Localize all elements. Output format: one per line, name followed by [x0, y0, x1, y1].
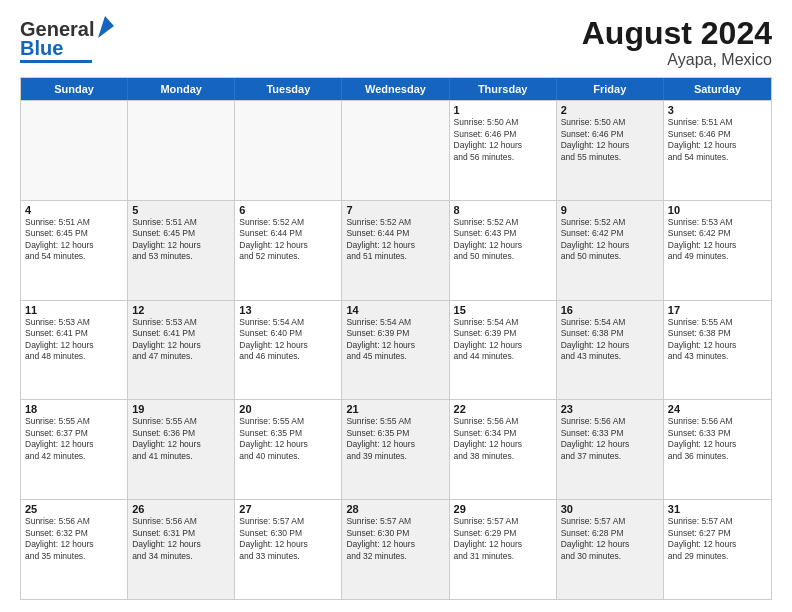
calendar-cell-26: 26Sunrise: 5:56 AM Sunset: 6:31 PM Dayli… — [128, 500, 235, 599]
day-number: 2 — [561, 104, 659, 116]
day-number: 30 — [561, 503, 659, 515]
day-info: Sunrise: 5:51 AM Sunset: 6:46 PM Dayligh… — [668, 117, 767, 163]
day-info: Sunrise: 5:55 AM Sunset: 6:36 PM Dayligh… — [132, 416, 230, 462]
day-number: 5 — [132, 204, 230, 216]
day-info: Sunrise: 5:54 AM Sunset: 6:39 PM Dayligh… — [346, 317, 444, 363]
day-number: 25 — [25, 503, 123, 515]
calendar-cell-17: 17Sunrise: 5:55 AM Sunset: 6:38 PM Dayli… — [664, 301, 771, 400]
calendar-title: August 2024 — [582, 16, 772, 51]
calendar-subtitle: Ayapa, Mexico — [582, 51, 772, 69]
calendar-cell-9: 9Sunrise: 5:52 AM Sunset: 6:42 PM Daylig… — [557, 201, 664, 300]
calendar-cell-empty-0-2 — [235, 101, 342, 200]
calendar-cell-12: 12Sunrise: 5:53 AM Sunset: 6:41 PM Dayli… — [128, 301, 235, 400]
header-cell-wednesday: Wednesday — [342, 78, 449, 100]
day-number: 14 — [346, 304, 444, 316]
calendar-cell-empty-0-0 — [21, 101, 128, 200]
svg-marker-0 — [98, 16, 114, 38]
day-info: Sunrise: 5:57 AM Sunset: 6:27 PM Dayligh… — [668, 516, 767, 562]
day-info: Sunrise: 5:53 AM Sunset: 6:41 PM Dayligh… — [132, 317, 230, 363]
calendar-cell-14: 14Sunrise: 5:54 AM Sunset: 6:39 PM Dayli… — [342, 301, 449, 400]
logo-underline — [20, 60, 92, 63]
day-info: Sunrise: 5:52 AM Sunset: 6:43 PM Dayligh… — [454, 217, 552, 263]
day-info: Sunrise: 5:57 AM Sunset: 6:30 PM Dayligh… — [239, 516, 337, 562]
day-number: 13 — [239, 304, 337, 316]
day-number: 21 — [346, 403, 444, 415]
calendar: SundayMondayTuesdayWednesdayThursdayFrid… — [20, 77, 772, 600]
calendar-cell-27: 27Sunrise: 5:57 AM Sunset: 6:30 PM Dayli… — [235, 500, 342, 599]
day-info: Sunrise: 5:55 AM Sunset: 6:35 PM Dayligh… — [239, 416, 337, 462]
day-number: 20 — [239, 403, 337, 415]
calendar-cell-7: 7Sunrise: 5:52 AM Sunset: 6:44 PM Daylig… — [342, 201, 449, 300]
day-number: 31 — [668, 503, 767, 515]
title-block: August 2024 Ayapa, Mexico — [582, 16, 772, 69]
calendar-row-1: 4Sunrise: 5:51 AM Sunset: 6:45 PM Daylig… — [21, 200, 771, 300]
day-number: 8 — [454, 204, 552, 216]
calendar-cell-6: 6Sunrise: 5:52 AM Sunset: 6:44 PM Daylig… — [235, 201, 342, 300]
calendar-cell-15: 15Sunrise: 5:54 AM Sunset: 6:39 PM Dayli… — [450, 301, 557, 400]
day-info: Sunrise: 5:55 AM Sunset: 6:38 PM Dayligh… — [668, 317, 767, 363]
day-info: Sunrise: 5:50 AM Sunset: 6:46 PM Dayligh… — [454, 117, 552, 163]
day-number: 9 — [561, 204, 659, 216]
calendar-cell-22: 22Sunrise: 5:56 AM Sunset: 6:34 PM Dayli… — [450, 400, 557, 499]
calendar-cell-24: 24Sunrise: 5:56 AM Sunset: 6:33 PM Dayli… — [664, 400, 771, 499]
calendar-row-3: 18Sunrise: 5:55 AM Sunset: 6:37 PM Dayli… — [21, 399, 771, 499]
day-info: Sunrise: 5:53 AM Sunset: 6:42 PM Dayligh… — [668, 217, 767, 263]
day-info: Sunrise: 5:54 AM Sunset: 6:39 PM Dayligh… — [454, 317, 552, 363]
calendar-cell-11: 11Sunrise: 5:53 AM Sunset: 6:41 PM Dayli… — [21, 301, 128, 400]
calendar-cell-28: 28Sunrise: 5:57 AM Sunset: 6:30 PM Dayli… — [342, 500, 449, 599]
day-number: 10 — [668, 204, 767, 216]
day-info: Sunrise: 5:57 AM Sunset: 6:28 PM Dayligh… — [561, 516, 659, 562]
calendar-cell-10: 10Sunrise: 5:53 AM Sunset: 6:42 PM Dayli… — [664, 201, 771, 300]
day-info: Sunrise: 5:55 AM Sunset: 6:35 PM Dayligh… — [346, 416, 444, 462]
calendar-cell-21: 21Sunrise: 5:55 AM Sunset: 6:35 PM Dayli… — [342, 400, 449, 499]
day-info: Sunrise: 5:56 AM Sunset: 6:31 PM Dayligh… — [132, 516, 230, 562]
day-info: Sunrise: 5:51 AM Sunset: 6:45 PM Dayligh… — [25, 217, 123, 263]
calendar-cell-2: 2Sunrise: 5:50 AM Sunset: 6:46 PM Daylig… — [557, 101, 664, 200]
day-number: 15 — [454, 304, 552, 316]
calendar-cell-20: 20Sunrise: 5:55 AM Sunset: 6:35 PM Dayli… — [235, 400, 342, 499]
calendar-cell-18: 18Sunrise: 5:55 AM Sunset: 6:37 PM Dayli… — [21, 400, 128, 499]
day-number: 18 — [25, 403, 123, 415]
day-number: 29 — [454, 503, 552, 515]
day-number: 1 — [454, 104, 552, 116]
day-number: 16 — [561, 304, 659, 316]
calendar-cell-5: 5Sunrise: 5:51 AM Sunset: 6:45 PM Daylig… — [128, 201, 235, 300]
day-number: 23 — [561, 403, 659, 415]
calendar-header: SundayMondayTuesdayWednesdayThursdayFrid… — [21, 78, 771, 100]
calendar-cell-29: 29Sunrise: 5:57 AM Sunset: 6:29 PM Dayli… — [450, 500, 557, 599]
day-number: 26 — [132, 503, 230, 515]
logo-arrow-icon — [96, 16, 114, 38]
day-number: 7 — [346, 204, 444, 216]
header-cell-tuesday: Tuesday — [235, 78, 342, 100]
calendar-cell-3: 3Sunrise: 5:51 AM Sunset: 6:46 PM Daylig… — [664, 101, 771, 200]
calendar-cell-31: 31Sunrise: 5:57 AM Sunset: 6:27 PM Dayli… — [664, 500, 771, 599]
calendar-cell-25: 25Sunrise: 5:56 AM Sunset: 6:32 PM Dayli… — [21, 500, 128, 599]
day-info: Sunrise: 5:55 AM Sunset: 6:37 PM Dayligh… — [25, 416, 123, 462]
day-info: Sunrise: 5:57 AM Sunset: 6:29 PM Dayligh… — [454, 516, 552, 562]
day-info: Sunrise: 5:56 AM Sunset: 6:33 PM Dayligh… — [561, 416, 659, 462]
calendar-cell-13: 13Sunrise: 5:54 AM Sunset: 6:40 PM Dayli… — [235, 301, 342, 400]
day-number: 24 — [668, 403, 767, 415]
calendar-row-0: 1Sunrise: 5:50 AM Sunset: 6:46 PM Daylig… — [21, 100, 771, 200]
logo-blue: Blue — [20, 38, 63, 58]
logo: General Blue — [20, 16, 114, 63]
day-number: 3 — [668, 104, 767, 116]
calendar-cell-empty-0-1 — [128, 101, 235, 200]
day-number: 12 — [132, 304, 230, 316]
day-info: Sunrise: 5:56 AM Sunset: 6:34 PM Dayligh… — [454, 416, 552, 462]
day-info: Sunrise: 5:52 AM Sunset: 6:42 PM Dayligh… — [561, 217, 659, 263]
calendar-cell-4: 4Sunrise: 5:51 AM Sunset: 6:45 PM Daylig… — [21, 201, 128, 300]
day-info: Sunrise: 5:50 AM Sunset: 6:46 PM Dayligh… — [561, 117, 659, 163]
header-cell-monday: Monday — [128, 78, 235, 100]
calendar-row-4: 25Sunrise: 5:56 AM Sunset: 6:32 PM Dayli… — [21, 499, 771, 599]
page: General Blue August 2024 Ayapa, Mexico S… — [0, 0, 792, 612]
day-info: Sunrise: 5:56 AM Sunset: 6:33 PM Dayligh… — [668, 416, 767, 462]
header: General Blue August 2024 Ayapa, Mexico — [20, 16, 772, 69]
day-number: 17 — [668, 304, 767, 316]
day-info: Sunrise: 5:57 AM Sunset: 6:30 PM Dayligh… — [346, 516, 444, 562]
day-number: 6 — [239, 204, 337, 216]
day-info: Sunrise: 5:56 AM Sunset: 6:32 PM Dayligh… — [25, 516, 123, 562]
day-info: Sunrise: 5:54 AM Sunset: 6:38 PM Dayligh… — [561, 317, 659, 363]
day-info: Sunrise: 5:52 AM Sunset: 6:44 PM Dayligh… — [346, 217, 444, 263]
header-cell-friday: Friday — [557, 78, 664, 100]
